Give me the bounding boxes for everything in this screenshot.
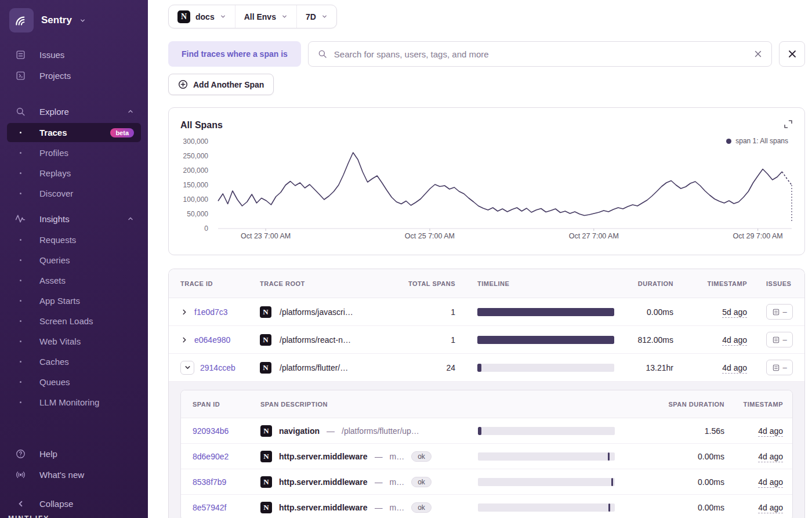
sidebar-item-profiles[interactable]: Profiles bbox=[7, 143, 141, 162]
span-description: m… bbox=[390, 477, 405, 487]
issues-button[interactable]: – bbox=[766, 304, 793, 320]
trace-id-link[interactable]: 2914cceb bbox=[200, 363, 235, 372]
sidebar-item-llm-monitoring[interactable]: LLM Monitoring bbox=[7, 393, 141, 412]
chevron-down-icon bbox=[79, 17, 86, 24]
chevron-right-icon[interactable] bbox=[180, 308, 188, 316]
chevron-right-icon[interactable] bbox=[180, 336, 188, 344]
span-id-link[interactable]: 8d6e90e2 bbox=[193, 452, 229, 461]
spans-sub-table: Span ID Span Description Span Duration T… bbox=[180, 390, 793, 518]
col-timestamp: Timestamp bbox=[685, 280, 747, 287]
collapse-sidebar-button[interactable]: Collapse bbox=[7, 499, 141, 509]
span-search-box bbox=[308, 41, 772, 67]
daterange-filter[interactable]: 7D bbox=[296, 5, 336, 28]
trace-id-link[interactable]: f1e0d7c3 bbox=[194, 307, 228, 317]
sidebar-item-label: Traces bbox=[39, 128, 67, 137]
timestamp[interactable]: 4d ago bbox=[758, 503, 783, 513]
chart-y-axis: 050,000100,000150,000200,000250,000300,0… bbox=[169, 142, 214, 229]
bullet-icon bbox=[20, 340, 21, 342]
span-condition-label: Find traces where a span is bbox=[168, 41, 301, 67]
sidebar-item-queries[interactable]: Queries bbox=[7, 251, 141, 270]
sidebar-item-projects[interactable]: Projects bbox=[7, 66, 141, 85]
span-row[interactable]: 8d6e90e2 N http.server.middleware — m… o… bbox=[181, 444, 792, 469]
x-axis-tick-label: Oct 23 7:00 AM bbox=[241, 232, 291, 240]
sidebar-item-label: Collapse bbox=[39, 499, 73, 509]
sidebar-section-insights[interactable]: Insights bbox=[7, 208, 141, 229]
sidebar-item-issues[interactable]: Issues bbox=[7, 45, 141, 64]
bullet-icon bbox=[20, 320, 21, 322]
span-op: http.server.middleware bbox=[279, 503, 368, 512]
sidebar-item-label: What's new bbox=[39, 470, 84, 480]
col-duration: Duration bbox=[614, 280, 673, 287]
span-id-link[interactable]: 8e57942f bbox=[193, 503, 226, 512]
sidebar-item-caches[interactable]: Caches bbox=[7, 352, 141, 371]
project-filter[interactable]: N docs bbox=[169, 5, 235, 28]
org-switcher[interactable]: Sentry bbox=[7, 8, 141, 32]
chevron-down-icon bbox=[220, 13, 226, 20]
trace-root: /platforms/flutter/… bbox=[280, 363, 348, 372]
expanded-trace-panel: Span ID Span Description Span Duration T… bbox=[169, 382, 804, 518]
sidebar-item-assets[interactable]: Assets bbox=[7, 271, 141, 290]
span-row[interactable]: 920934b6 N navigation — /platforms/flutt… bbox=[181, 418, 792, 444]
table-row[interactable]: e064e980 N /platforms/react-n… 1 812.00m… bbox=[169, 326, 804, 354]
col-issues: Issues bbox=[766, 280, 794, 287]
col-timeline: Timeline bbox=[477, 280, 614, 287]
trace-id-link[interactable]: e064e980 bbox=[194, 335, 230, 345]
bullet-icon bbox=[20, 172, 21, 174]
daterange-filter-label: 7D bbox=[306, 12, 316, 21]
collapse-row-button[interactable] bbox=[180, 361, 194, 375]
remove-span-row-button[interactable] bbox=[779, 41, 805, 67]
y-axis-tick-label: 100,000 bbox=[169, 195, 208, 204]
timestamp[interactable]: 4d ago bbox=[758, 426, 783, 437]
issues-button[interactable]: – bbox=[766, 332, 793, 347]
sidebar-item-discover[interactable]: Discover bbox=[7, 184, 141, 203]
environment-filter[interactable]: All Envs bbox=[235, 5, 296, 28]
sidebar-item-replays[interactable]: Replays bbox=[7, 164, 141, 183]
span-id-link[interactable]: 920934b6 bbox=[193, 426, 229, 436]
sidebar-item-app-starts[interactable]: App Starts bbox=[7, 291, 141, 310]
fullscreen-icon[interactable] bbox=[781, 117, 796, 132]
span-row[interactable]: 8e57942f N http.server.middleware — m… o… bbox=[181, 495, 792, 518]
sidebar-section-explore[interactable]: Explore bbox=[7, 101, 141, 122]
chart-title: All Spans bbox=[180, 120, 223, 131]
table-row[interactable]: 2914cceb N /platforms/flutter/… 24 13.21… bbox=[169, 354, 804, 382]
section-label: Insights bbox=[39, 214, 70, 224]
span-row[interactable]: 8538f7b9 N http.server.middleware — m… o… bbox=[181, 469, 792, 495]
bullet-icon bbox=[20, 152, 21, 154]
sidebar-item-queues[interactable]: Queues bbox=[7, 372, 141, 392]
bullet-icon bbox=[20, 132, 21, 133]
platform-icon: N bbox=[260, 306, 271, 318]
add-another-span-label: Add Another Span bbox=[193, 80, 264, 89]
chevron-up-icon bbox=[127, 108, 134, 115]
timestamp[interactable]: 4d ago bbox=[758, 477, 783, 488]
sidebar-item-label: Requests bbox=[39, 235, 76, 245]
table-row[interactable]: f1e0d7c3 N /platforms/javascri… 1 0.00ms… bbox=[169, 298, 804, 326]
span-search-input[interactable] bbox=[334, 49, 747, 59]
timestamp[interactable]: 4d ago bbox=[722, 335, 747, 346]
issues-button[interactable]: – bbox=[766, 360, 793, 375]
sidebar-item-traces[interactable]: Traces beta bbox=[7, 123, 141, 142]
section-label: Explore bbox=[39, 107, 69, 117]
sidebar-item-screen-loads[interactable]: Screen Loads bbox=[7, 311, 141, 331]
span-description: m… bbox=[390, 452, 405, 461]
span-timeline-bar bbox=[478, 478, 615, 486]
sidebar-item-whats-new[interactable]: What's new bbox=[7, 465, 141, 484]
clear-search-icon[interactable] bbox=[753, 49, 763, 59]
timestamp[interactable]: 4d ago bbox=[758, 452, 783, 462]
sidebar-item-label: Help bbox=[39, 449, 57, 459]
projects-icon bbox=[14, 70, 27, 81]
span-id-link[interactable]: 8538f7b9 bbox=[193, 477, 226, 487]
sidebar-item-help[interactable]: Help bbox=[7, 444, 141, 463]
status-badge: ok bbox=[411, 451, 432, 462]
bullet-icon bbox=[20, 239, 21, 241]
timestamp[interactable]: 5d ago bbox=[722, 307, 747, 318]
span-timeline-bar bbox=[478, 452, 615, 461]
span-description: m… bbox=[390, 503, 405, 512]
y-axis-tick-label: 150,000 bbox=[169, 181, 208, 189]
span-timeline-bar bbox=[478, 503, 615, 512]
platform-icon: N bbox=[260, 425, 272, 437]
sidebar-item-web-vitals[interactable]: Web Vitals bbox=[7, 332, 141, 351]
sidebar-item-requests[interactable]: Requests bbox=[7, 230, 141, 249]
add-another-span-button[interactable]: Add Another Span bbox=[168, 74, 274, 95]
timestamp[interactable]: 4d ago bbox=[722, 363, 747, 374]
sentry-logo-icon bbox=[9, 8, 34, 32]
